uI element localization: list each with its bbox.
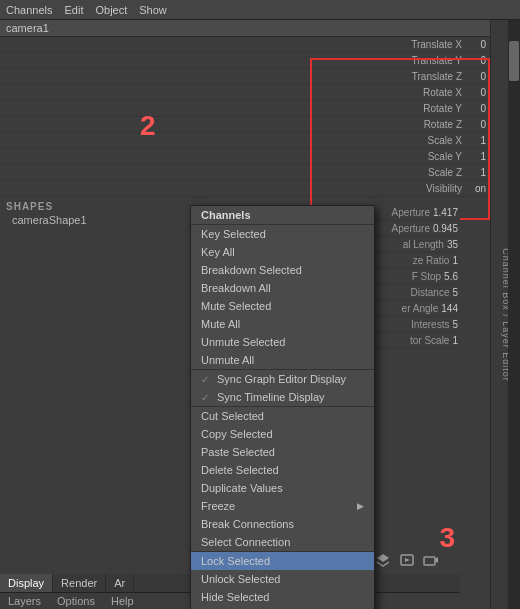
channel-row: Translate Z 0	[0, 69, 490, 85]
ctx-unmute-all[interactable]: Unmute All	[191, 351, 374, 369]
left-panel: camera1 Translate X 0 Translate Y 0 Tran…	[0, 20, 490, 609]
sub-tab-options[interactable]: Options	[49, 593, 103, 609]
channel-row: Scale Z 1	[0, 165, 490, 181]
label-2: 2	[140, 110, 156, 142]
channel-row: Rotate Z 0	[0, 117, 490, 133]
menu-edit[interactable]: Edit	[64, 4, 83, 16]
layers2-icon[interactable]	[374, 551, 392, 569]
ctx-breakdown-selected[interactable]: Breakdown Selected	[191, 261, 374, 279]
scrollbar[interactable]	[508, 20, 520, 609]
ctx-copy-selected[interactable]: Copy Selected	[191, 425, 374, 443]
right-edge-panel: Channel Box / Layer Editor	[490, 20, 520, 609]
channel-list-area: Translate X 0 Translate Y 0 Translate Z …	[0, 37, 490, 197]
label-3: 3	[439, 522, 455, 554]
tab-ar[interactable]: Ar	[106, 574, 134, 592]
ctx-paste-selected[interactable]: Paste Selected	[191, 443, 374, 461]
camera-icon[interactable]	[422, 551, 440, 569]
tab-display[interactable]: Display	[0, 574, 53, 592]
ctx-cut-selected[interactable]: Cut Selected	[191, 406, 374, 425]
sub-tab-help[interactable]: Help	[103, 593, 142, 609]
context-menu: Channels Key Selected Key All Breakdown …	[190, 205, 375, 609]
ctx-title: Channels	[191, 206, 374, 225]
ctx-mute-all[interactable]: Mute All	[191, 315, 374, 333]
arrow-icon: ▶	[357, 501, 364, 511]
channel-row: Scale Y 1	[0, 149, 490, 165]
top-menubar: Channels Edit Object Show	[0, 0, 520, 20]
ctx-key-selected[interactable]: Key Selected	[191, 225, 374, 243]
ctx-mute-selected[interactable]: Mute Selected	[191, 297, 374, 315]
channel-row: Scale X 1	[0, 133, 490, 149]
ctx-select-connection[interactable]: Select Connection	[191, 533, 374, 551]
menu-channels[interactable]: Channels	[6, 4, 52, 16]
ctx-delete-selected[interactable]: Delete Selected	[191, 461, 374, 479]
main-layout: camera1 Translate X 0 Translate Y 0 Tran…	[0, 20, 520, 609]
menu-show[interactable]: Show	[139, 4, 167, 16]
ctx-sync-timeline[interactable]: ✓Sync Timeline Display	[191, 388, 374, 406]
svg-marker-5	[405, 558, 410, 562]
channel-row: Translate Y 0	[0, 53, 490, 69]
channel-row: Rotate X 0	[0, 85, 490, 101]
channel-row: Visibility on	[0, 181, 490, 197]
ctx-freeze[interactable]: Freeze ▶	[191, 497, 374, 515]
tab-render[interactable]: Render	[53, 574, 106, 592]
check-icon: ✓	[201, 392, 213, 403]
svg-marker-3	[377, 554, 389, 562]
ctx-unmute-selected[interactable]: Unmute Selected	[191, 333, 374, 351]
ctx-break-connections[interactable]: Break Connections	[191, 515, 374, 533]
menu-object[interactable]: Object	[95, 4, 127, 16]
ctx-hide-selected[interactable]: Hide Selected	[191, 588, 374, 606]
render-icon[interactable]	[398, 551, 416, 569]
channel-row: Translate X 0	[0, 37, 490, 53]
ctx-unlock-selected[interactable]: Unlock Selected	[191, 570, 374, 588]
ctx-sync-graph[interactable]: ✓Sync Graph Editor Display	[191, 369, 374, 388]
scrollbar-thumb[interactable]	[509, 41, 519, 81]
ctx-key-all[interactable]: Key All	[191, 243, 374, 261]
ctx-lock-selected[interactable]: Lock Selected	[191, 551, 374, 570]
svg-rect-6	[424, 557, 435, 565]
ctx-breakdown-all[interactable]: Breakdown All	[191, 279, 374, 297]
ctx-duplicate-values[interactable]: Duplicate Values	[191, 479, 374, 497]
sub-tab-layers[interactable]: Layers	[0, 593, 49, 609]
check-icon: ✓	[201, 374, 213, 385]
panel-title: camera1	[0, 20, 490, 37]
channel-row: Rotate Y 0	[0, 101, 490, 117]
